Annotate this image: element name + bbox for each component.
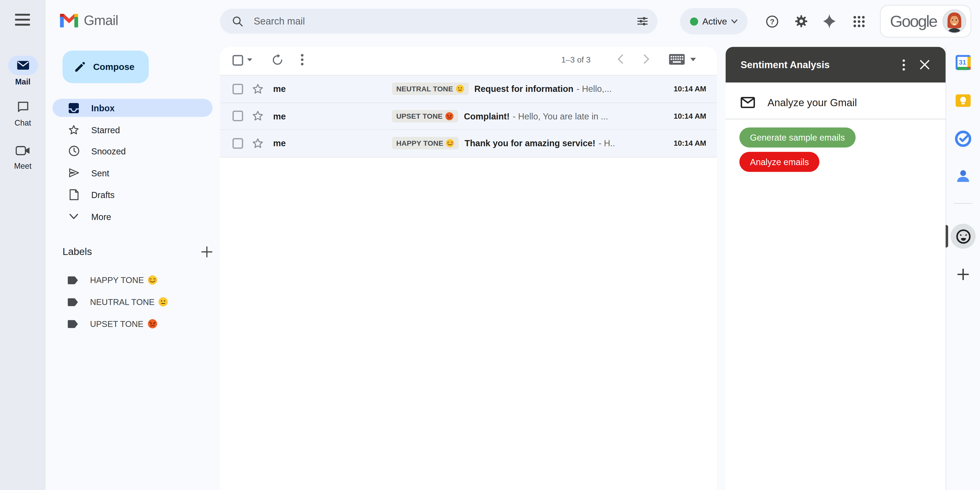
analyze-emails-button[interactable]: Analyze emails: [739, 152, 819, 172]
list-toolbar: 1–3 of 3: [220, 47, 717, 75]
sidebar-item-label: Drafts: [91, 189, 115, 200]
sidebar-item-snoozed[interactable]: Snoozed: [52, 142, 213, 160]
select-dropdown-icon[interactable]: [247, 58, 252, 62]
send-icon: [67, 167, 80, 179]
labels-header: Labels: [62, 246, 213, 258]
create-label-icon[interactable]: [201, 246, 213, 258]
email-subject: Thank you for amazing service!: [465, 138, 595, 148]
google-wordmark: Google: [890, 11, 937, 31]
rail-item-chat[interactable]: Chat: [0, 100, 46, 127]
addon-close-icon[interactable]: [912, 60, 937, 69]
row-star-icon[interactable]: [251, 83, 264, 95]
sidebar-item-label: Snoozed: [91, 146, 126, 156]
labels-title: Labels: [62, 246, 92, 258]
rail-item-mail[interactable]: Mail: [0, 56, 46, 86]
sentiment-addon-icon[interactable]: [951, 224, 976, 249]
settings-gear-icon[interactable]: [794, 14, 808, 28]
addon-panel-title: Sentiment Analysis: [741, 59, 896, 70]
row-star-icon[interactable]: [251, 110, 264, 123]
label-name: HAPPY TONE: [90, 275, 144, 285]
email-snippet: - Hello, You are late in ...: [513, 111, 673, 121]
addon-panel-header: Sentiment Analysis: [725, 47, 945, 83]
contacts-icon[interactable]: [956, 169, 970, 184]
sidebar-item-starred[interactable]: Starred: [52, 121, 213, 139]
rail-divider: [954, 203, 972, 204]
more-options-icon[interactable]: [301, 54, 304, 66]
row-checkbox[interactable]: [232, 138, 243, 149]
rail-meet-label: Meet: [0, 162, 46, 170]
apps-grid-icon[interactable]: [852, 14, 865, 28]
generate-sample-emails-button[interactable]: Generate sample emails: [739, 127, 856, 148]
status-active-dot: [690, 17, 698, 25]
tasks-icon[interactable]: [955, 130, 971, 147]
gmail-wordmark: Gmail: [84, 13, 118, 29]
calendar-icon[interactable]: 31: [955, 54, 971, 71]
mail-pill[interactable]: [8, 56, 38, 75]
keep-icon[interactable]: [955, 92, 971, 109]
search-icon[interactable]: [231, 15, 244, 27]
input-tools-keyboard-icon[interactable]: [669, 54, 685, 65]
google-account-card[interactable]: Google: [880, 5, 971, 38]
email-row[interactable]: me HAPPY TONE Thank you for amazing serv…: [220, 130, 717, 157]
label-name: UPSET TONE: [90, 319, 143, 328]
neutral-face-emoji: [455, 84, 464, 93]
svg-text:31: 31: [959, 59, 966, 66]
row-checkbox[interactable]: [232, 84, 243, 94]
hamburger-menu-icon[interactable]: [15, 14, 30, 29]
newer-page-icon[interactable]: [617, 54, 623, 64]
active-addon-indicator: [945, 225, 948, 248]
gmail-m-icon: [60, 14, 78, 27]
sentiment-analysis-panel: Sentiment Analysis Analyze your Gmail Ge…: [725, 47, 945, 490]
label-item-happy-tone[interactable]: HAPPY TONE: [52, 271, 213, 289]
status-label: Active: [702, 16, 727, 26]
rail-item-meet[interactable]: Meet: [0, 145, 46, 171]
row-checkbox[interactable]: [232, 111, 243, 121]
email-snippet: - H..: [598, 138, 673, 148]
label-item-upset-tone[interactable]: UPSET TONE: [52, 315, 213, 332]
label-name: NEUTRAL TONE: [90, 297, 155, 307]
rail-chat-label: Chat: [0, 119, 46, 127]
label-item-neutral-tone[interactable]: NEUTRAL TONE: [52, 293, 213, 311]
sidebar-item-label: Sent: [91, 168, 110, 178]
label-tag-icon: [67, 319, 79, 328]
email-subject: Request for information: [474, 84, 573, 94]
clock-icon: [67, 145, 80, 157]
older-page-icon[interactable]: [644, 54, 649, 64]
addon-heading: Analyze your Gmail: [767, 97, 857, 108]
email-row[interactable]: me UPSET TONE Complaint! - Hello, You ar…: [220, 103, 717, 130]
sidebar-item-sent[interactable]: Sent: [52, 164, 213, 182]
help-icon[interactable]: ?: [765, 14, 779, 28]
sidebar-item-label: Starred: [91, 125, 120, 135]
compose-label: Compose: [93, 62, 135, 72]
row-star-icon[interactable]: [251, 137, 264, 150]
sidebar-item-inbox[interactable]: Inbox: [52, 99, 213, 117]
gmail-logo[interactable]: Gmail: [60, 13, 118, 29]
avatar[interactable]: [942, 10, 966, 33]
input-tools-dropdown-icon[interactable]: [690, 57, 696, 62]
email-sender: me: [273, 138, 392, 148]
inbox-icon: [67, 102, 80, 114]
gmail-app: Mail Chat Meet Gmail: [0, 0, 980, 490]
email-row[interactable]: me NEUTRAL TONE Request for information …: [220, 76, 717, 103]
pagination-count: 1–3 of 3: [561, 55, 590, 65]
sparkle-icon[interactable]: [822, 14, 836, 28]
status-dropdown[interactable]: Active: [680, 8, 747, 35]
search-options-icon[interactable]: [636, 15, 649, 27]
smiling-face-emoji: [446, 139, 455, 148]
search-input[interactable]: [252, 15, 636, 27]
chat-icon: [16, 100, 30, 114]
meet-icon: [15, 145, 30, 157]
search-bar[interactable]: [220, 9, 657, 34]
refresh-icon[interactable]: [271, 54, 284, 66]
email-snippet: - Hello,...: [576, 84, 673, 94]
email-label-chip: NEUTRAL TONE: [392, 83, 469, 95]
get-addons-plus-icon[interactable]: [957, 268, 969, 281]
sidebar-item-more[interactable]: More: [52, 207, 213, 226]
sidebar-item-drafts[interactable]: Drafts: [52, 186, 213, 204]
svg-text:?: ?: [770, 18, 774, 25]
select-all-checkbox[interactable]: [232, 55, 243, 66]
sidebar-item-label: Inbox: [91, 103, 115, 113]
addon-more-options-icon[interactable]: [896, 59, 912, 70]
compose-button[interactable]: Compose: [62, 51, 149, 83]
email-label-chip: HAPPY TONE: [392, 137, 459, 150]
